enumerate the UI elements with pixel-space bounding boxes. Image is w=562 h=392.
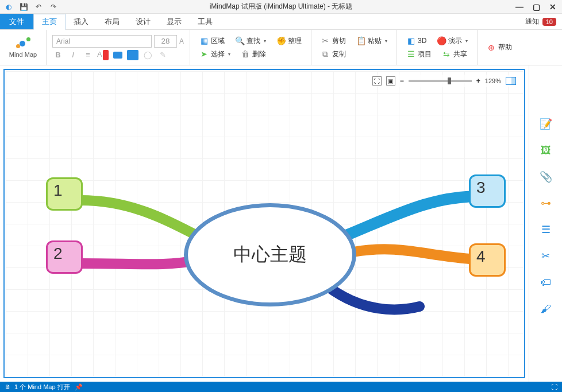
share-icon: ⇆ [442,49,451,59]
app-icon: ◐ [3,2,14,12]
cmd-help[interactable]: ⊕帮助 [487,42,512,52]
minimize-button[interactable]: — [515,2,523,11]
canvas[interactable]: ⛶ ▣ − + 129% 中心主题 1 2 3 4 [6,71,523,376]
bold-button[interactable]: B [52,50,64,60]
redo-icon[interactable]: ↷ [48,2,59,12]
mindmap-label: Mind Map [6,51,40,58]
present-icon: 🔴 [437,36,446,45]
snip-icon[interactable]: ✂ [539,249,553,263]
center-icon[interactable]: ▣ [386,76,395,86]
cmd-region[interactable]: ▦区域 [199,36,225,46]
line-color-button[interactable] [127,50,138,60]
font-increase-icon[interactable]: A [179,37,184,45]
node-2[interactable]: 2 [46,240,83,274]
tab-file[interactable]: 文件 [0,14,33,29]
cmd-share[interactable]: ⇆共享 [442,49,467,59]
node-3[interactable]: 3 [469,174,506,208]
maximize-button[interactable]: ▢ [533,2,540,11]
cmd-copy[interactable]: ⧉复制 [321,49,346,59]
right-toolbar: 📝 🖼 📎 ⊶ ☰ ✂ 🏷 🖌 [529,65,562,382]
brush-icon[interactable]: 🖌 [539,302,553,316]
cmd-paste[interactable]: 📋粘贴 [356,36,387,46]
project-icon: ☰ [406,49,415,59]
status-bar: 🗎 1 个 Mind Map 打开 📌 ⛶ [0,382,562,392]
cut-icon: ✂ [321,36,330,45]
cmd-present[interactable]: 🔴演示 [437,36,468,46]
workspace: ⛶ ▣ − + 129% 中心主题 1 2 3 4 [0,65,529,382]
notify-label[interactable]: 通知 [525,17,539,26]
font-name-input[interactable] [52,35,152,48]
tab-home[interactable]: 主页 [33,14,66,30]
zoom-slider[interactable] [409,80,472,82]
zoom-out-button[interactable]: − [400,77,404,85]
split-view-icon[interactable] [506,77,516,85]
zoom-toolbar: ⛶ ▣ − + 129% [370,75,518,87]
cleanup-icon: ✊ [276,36,286,45]
cmd-3d[interactable]: ◧3D [406,36,426,46]
center-node-text: 中心主题 [233,242,307,267]
image-icon[interactable]: 🖼 [539,143,553,157]
zoom-value: 129% [485,77,501,84]
tag-icon[interactable]: 🏷 [539,275,553,289]
node-4[interactable]: 4 [469,243,506,277]
pin-icon[interactable]: 📌 [75,383,83,391]
undo-icon[interactable]: ↶ [33,2,44,12]
tab-tools[interactable]: 工具 [190,14,221,29]
attach-icon[interactable]: 📎 [539,170,553,184]
canvas-frame: ⛶ ▣ − + 129% 中心主题 1 2 3 4 [3,69,525,378]
tab-design[interactable]: 设计 [128,14,159,29]
paste-icon: 📋 [356,36,365,45]
cmd-delete[interactable]: 🗑删除 [241,49,266,59]
menu-tabs: 文件 主页 插入 布局 设计 显示 工具 通知 10 [0,14,562,30]
help-icon: ⊕ [487,43,496,52]
bullets-button[interactable]: ≡ [82,50,94,60]
tab-layout[interactable]: 布局 [97,14,128,29]
notify-badge[interactable]: 10 [542,18,556,26]
note-icon[interactable]: 📝 [539,117,553,131]
tab-view[interactable]: 显示 [159,14,190,29]
doc-icon: 🗎 [5,383,11,390]
mindmap-icon [15,37,31,50]
connector-icon[interactable]: ⊶ [539,196,553,210]
zoom-in-button[interactable]: + [476,77,480,85]
cmd-select[interactable]: ➤选择 [199,49,230,59]
cmd-cut[interactable]: ✂剪切 [321,36,346,46]
copy-icon: ⧉ [321,49,330,59]
save-icon[interactable]: 💾 [18,2,29,12]
tab-insert[interactable]: 插入 [66,14,97,29]
fullscreen-icon[interactable]: ⛶ [551,383,557,390]
outline-icon[interactable]: ☰ [539,223,553,236]
status-open-docs: 1 个 Mind Map 打开 [14,383,70,391]
font-color-button[interactable]: A [97,50,109,60]
window-title: iMindMap 试用版 (iMindMap Ultimate) - 无标题 [210,2,353,11]
ribbon: Mind Map A B I ≡ A ◯ ✎ ▦区域 🔍查找 ✊整理 ➤选择 🗑… [0,30,562,65]
cmd-search[interactable]: 🔍查找 [235,36,266,46]
delete-icon: 🗑 [241,49,250,59]
highlight-button[interactable] [112,50,124,60]
shape-button[interactable]: ◯ [142,50,153,60]
region-icon: ▦ [199,36,209,45]
cmd-cleanup[interactable]: ✊整理 [276,36,302,46]
title-bar: ◐ 💾 ↶ ↷ iMindMap 试用版 (iMindMap Ultimate)… [0,0,562,14]
search-icon: 🔍 [235,36,244,45]
cube-icon: ◧ [406,36,415,45]
fit-icon[interactable]: ⛶ [372,76,382,86]
mindmap-mode-button[interactable]: Mind Map [6,37,40,58]
cmd-project[interactable]: ☰项目 [406,49,432,59]
center-node[interactable]: 中心主题 [184,203,356,306]
close-button[interactable]: ✕ [549,2,556,11]
node-1[interactable]: 1 [46,177,83,211]
font-size-input[interactable] [154,35,177,48]
select-icon: ➤ [199,49,209,59]
format-painter-icon[interactable]: ✎ [157,50,168,60]
italic-button[interactable]: I [67,50,79,60]
